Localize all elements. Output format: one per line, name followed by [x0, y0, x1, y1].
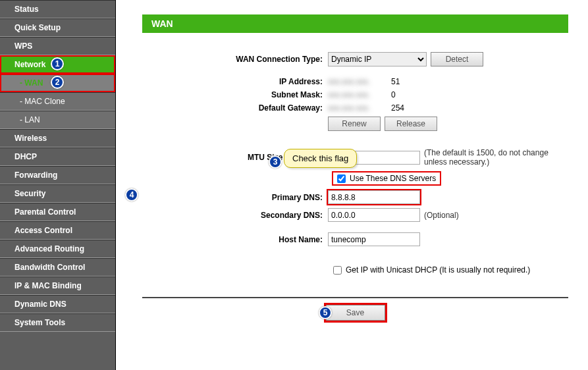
sidebar: Status Quick Setup WPS Network 1 - WAN 2…: [0, 0, 116, 370]
mtu-hint: (The default is 1500, do not change unle…: [424, 148, 568, 167]
host-name-input[interactable]: [328, 232, 420, 246]
sidebar-item-wireless[interactable]: Wireless: [0, 129, 115, 147]
host-name-label: Host Name:: [142, 235, 328, 244]
sidebar-item-dhcp[interactable]: DHCP: [0, 147, 115, 166]
sidebar-item-ip-mac-binding[interactable]: IP & MAC Binding: [0, 277, 115, 295]
annotation-tip-3: Check this flag: [284, 149, 357, 168]
sidebar-item-status[interactable]: Status: [0, 0, 115, 18]
use-dns-checkbox[interactable]: [337, 174, 346, 183]
sidebar-item-bandwidth-control[interactable]: Bandwidth Control: [0, 258, 115, 277]
renew-button[interactable]: Renew: [328, 117, 381, 131]
sidebar-item-advanced-routing[interactable]: Advanced Routing: [0, 240, 115, 258]
sidebar-item-mac-clone[interactable]: - MAC Clone: [0, 92, 115, 111]
sidebar-item-parental-control[interactable]: Parental Control: [0, 203, 115, 221]
primary-dns-input[interactable]: [328, 190, 420, 204]
default-gateway-suffix: 254: [391, 103, 404, 113]
wan-conn-type-select[interactable]: Dynamic IP: [328, 52, 427, 66]
sidebar-item-quick-setup[interactable]: Quick Setup: [0, 18, 115, 37]
main-content: WAN WAN Connection Type: Dynamic IP Dete…: [116, 0, 588, 370]
annotation-3: 3: [269, 155, 282, 169]
secondary-dns-input[interactable]: [328, 208, 420, 222]
secondary-dns-hint: (Optional): [424, 211, 459, 220]
divider: [142, 297, 568, 298]
secondary-dns-label: Secondary DNS:: [142, 211, 328, 220]
sidebar-item-wps[interactable]: WPS: [0, 37, 115, 55]
sidebar-item-lan[interactable]: - LAN: [0, 111, 115, 129]
sidebar-item-wan[interactable]: - WAN 2: [0, 74, 115, 92]
use-dns-label: Use These DNS Servers: [350, 174, 436, 183]
primary-dns-label: Primary DNS:: [142, 193, 328, 202]
ip-address-suffix: 51: [391, 77, 400, 86]
unicast-dhcp-label: Get IP with Unicast DHCP (It is usually …: [346, 265, 530, 275]
annotation-1: 1: [51, 57, 64, 70]
sidebar-item-forwarding[interactable]: Forwarding: [0, 166, 115, 184]
save-button[interactable]: Save: [326, 305, 385, 321]
annotation-5: 5: [319, 306, 332, 319]
sidebar-item-access-control[interactable]: Access Control: [0, 221, 115, 240]
annotation-2: 2: [51, 76, 64, 89]
wan-conn-type-label: WAN Connection Type:: [142, 55, 328, 64]
subnet-mask-label: Subnet Mask:: [142, 90, 328, 99]
unicast-dhcp-checkbox[interactable]: [333, 266, 342, 275]
ip-address-prefix: xxx.xxx.xxx.: [328, 77, 387, 86]
sidebar-item-network[interactable]: Network 1: [0, 55, 115, 74]
subnet-mask-suffix: 0: [391, 90, 396, 99]
sidebar-item-security[interactable]: Security: [0, 184, 115, 203]
detect-button[interactable]: Detect: [431, 52, 483, 66]
sidebar-item-dynamic-dns[interactable]: Dynamic DNS: [0, 295, 115, 313]
release-button[interactable]: Release: [385, 117, 437, 131]
page-title: WAN: [142, 14, 568, 33]
annotation-4: 4: [125, 188, 138, 201]
ip-address-label: IP Address:: [142, 77, 328, 86]
default-gateway-prefix: xxx.xxx.xxx.: [328, 103, 387, 113]
default-gateway-label: Default Gateway:: [142, 103, 328, 113]
sidebar-item-system-tools[interactable]: System Tools: [0, 313, 115, 332]
subnet-mask-prefix: xxx.xxx.xxx.: [328, 90, 387, 99]
